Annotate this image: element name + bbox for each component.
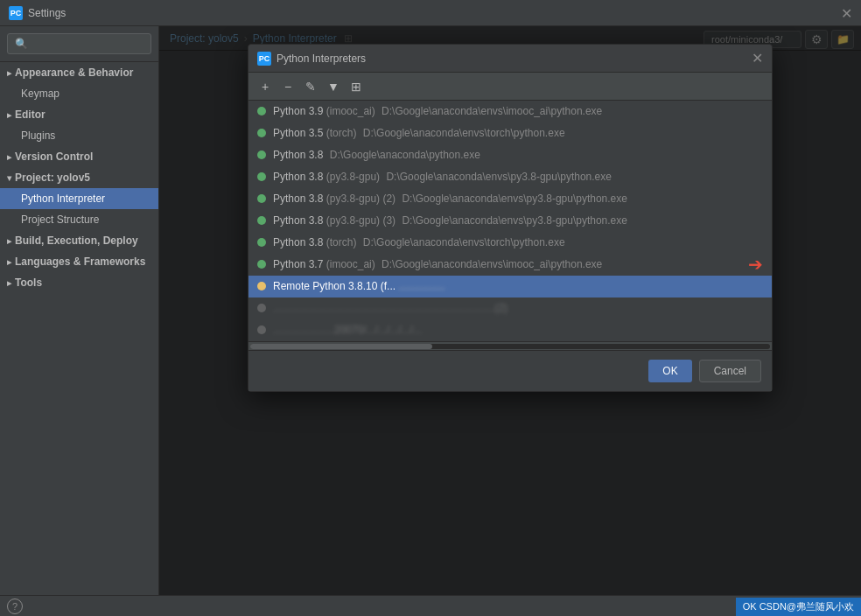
tree-button[interactable]: ⊞ [346,77,366,96]
arrow-icon: ▸ [7,278,11,288]
arrow-icon: ▸ [7,110,11,120]
interpreter-item[interactable]: Python 3.7 (imooc_ai) D:\Google\anaconda… [248,254,772,276]
interpreter-item[interactable]: .....................20070/.../.../.../.… [248,319,772,341]
interpreter-label: Python 3.9 (imooc_ai) D:\Google\anaconda… [273,105,602,117]
dialog-overlay: PC Python Interpreters ✕ + − ✎ ▼ ⊞ [159,26,861,595]
edit-interpreter-button[interactable]: ✎ [301,77,320,96]
interpreter-label: Python 3.8 (py3.8-gpu) D:\Google\anacond… [273,171,612,183]
badge: OK CSDN@弗兰随风小欢 [736,598,861,616]
interpreter-label: Python 3.8 (torch) D:\Google\anaconda\en… [273,236,565,248]
sidebar-item-plugins[interactable]: Plugins [0,125,158,146]
search-input[interactable] [7,33,151,54]
interpreter-label: ........................................… [273,302,508,314]
window-title: Settings [28,7,66,19]
dialog-title-bar: PC Python Interpreters ✕ [248,45,772,73]
sidebar-label: Keymap [21,88,60,100]
remove-interpreter-button[interactable]: − [278,77,298,96]
scrollbar[interactable] [248,341,772,350]
status-indicator [257,172,266,181]
interpreter-item[interactable]: Python 3.8 (torch) D:\Google\anaconda\en… [248,232,772,254]
scrollbar-track [250,344,770,349]
status-indicator [257,282,266,290]
sidebar-item-build[interactable]: ▸ Build, Execution, Deploy [0,230,158,251]
sidebar-label: Build, Execution, Deploy [15,234,138,247]
interpreter-item[interactable]: Python 3.8 (py3.8-gpu) D:\Google\anacond… [248,166,772,188]
sidebar-item-appearance[interactable]: ▸ Appearance & Behavior [0,62,158,83]
sidebar-item-editor[interactable]: ▸ Editor [0,104,158,125]
status-indicator [257,194,266,203]
status-indicator [257,216,266,225]
arrow-icon: ▸ [7,236,11,246]
interpreter-label: Python 3.5 (torch) D:\Google\anaconda\en… [273,127,565,139]
sidebar-label: Version Control [15,150,93,163]
settings-body: ▸ Appearance & Behavior Keymap ▸ Editor … [0,26,861,595]
interpreter-label: Python 3.8 D:\Google\anaconda\python.exe [273,149,480,161]
interpreter-label: Python 3.8 (py3.8-gpu) (3) D:\Google\ana… [273,214,627,227]
dialog-toolbar: + − ✎ ▼ ⊞ [248,73,772,101]
sidebar-label: Languages & Frameworks [15,256,145,268]
interpreter-item[interactable]: Python 3.9 (imooc_ai) D:\Google\anaconda… [248,101,772,122]
sidebar-label: Plugins [21,130,55,142]
help-button[interactable]: ? [7,598,23,614]
sidebar-item-project[interactable]: ▾ Project: yolov5 [0,167,158,188]
ok-button[interactable]: OK [648,360,691,382]
settings-window: PC Settings ✕ ▸ Appearance & Behavior Ke… [0,0,861,616]
content-area: Project: yolov5 › Python Interpreter ⊞ r… [159,26,861,595]
dialog-footer: OK Cancel [248,350,772,391]
filter-button[interactable]: ▼ [324,77,343,96]
window-close-button[interactable]: ✕ [841,4,852,21]
interpreters-dialog: PC Python Interpreters ✕ + − ✎ ▼ ⊞ [248,44,773,392]
interpreter-item[interactable]: Python 3.8 (py3.8-gpu) (3) D:\Google\ana… [248,210,772,232]
interpreter-item[interactable]: Python 3.8 D:\Google\anaconda\python.exe [248,144,772,166]
status-indicator [257,304,266,312]
sidebar: ▸ Appearance & Behavior Keymap ▸ Editor … [0,26,159,595]
arrow-icon: ▸ [7,152,11,162]
interpreter-item[interactable]: ........................................… [248,298,772,319]
status-indicator [257,326,266,334]
arrow-icon: ▾ [7,173,11,183]
title-bar: PC Settings ✕ [0,0,861,26]
bottom-bar: ? OK CSDN@弗兰随风小欢 [0,595,861,616]
sidebar-label: Project: yolov5 [15,172,90,184]
dialog-icon: PC [257,52,271,66]
interpreter-label: Python 3.8 (py3.8-gpu) (2) D:\Google\ana… [273,192,627,205]
sidebar-item-version-control[interactable]: ▸ Version Control [0,146,158,167]
sidebar-label: Appearance & Behavior [15,66,133,79]
sidebar-item-project-structure[interactable]: Project Structure [0,209,158,230]
red-arrow-icon: ➔ [748,254,763,275]
sidebar-label: Editor [15,108,46,121]
interpreter-list[interactable]: Python 3.9 (imooc_ai) D:\Google\anaconda… [248,101,772,341]
interpreter-item[interactable]: Python 3.8 (py3.8-gpu) (2) D:\Google\ana… [248,188,772,210]
sidebar-item-keymap[interactable]: Keymap [0,83,158,104]
interpreter-label: Remote Python 3.8.10 (f... .............… [273,280,445,292]
arrow-icon: ▸ [7,257,11,267]
dialog-close-button[interactable]: ✕ [752,50,763,66]
status-indicator [257,129,266,137]
status-indicator [257,238,266,247]
search-bar [0,26,158,62]
status-indicator [257,260,266,269]
sidebar-item-python-interpreter[interactable]: Python Interpreter [0,188,158,209]
interpreter-item-selected[interactable]: Remote Python 3.8.10 (f... .............… [248,276,772,298]
cancel-button[interactable]: Cancel [699,360,761,382]
status-indicator [257,107,266,116]
dialog-title: Python Interpreters [276,52,752,65]
sidebar-item-tools[interactable]: ▸ Tools [0,272,158,293]
add-interpreter-button[interactable]: + [256,77,275,96]
interpreter-item[interactable]: Python 3.5 (torch) D:\Google\anaconda\en… [248,122,772,144]
sidebar-label: Project Structure [21,214,99,226]
sidebar-label: Python Interpreter [21,192,105,205]
app-icon: PC [9,6,23,20]
sidebar-item-languages[interactable]: ▸ Languages & Frameworks [0,251,158,272]
sidebar-label: Tools [15,276,42,289]
interpreter-label: Python 3.7 (imooc_ai) D:\Google\anaconda… [273,258,602,270]
arrow-icon: ▸ [7,68,11,78]
status-indicator [257,150,266,159]
scrollbar-thumb [250,344,432,349]
interpreter-label: .....................20070/.../.../.../.… [273,324,422,336]
